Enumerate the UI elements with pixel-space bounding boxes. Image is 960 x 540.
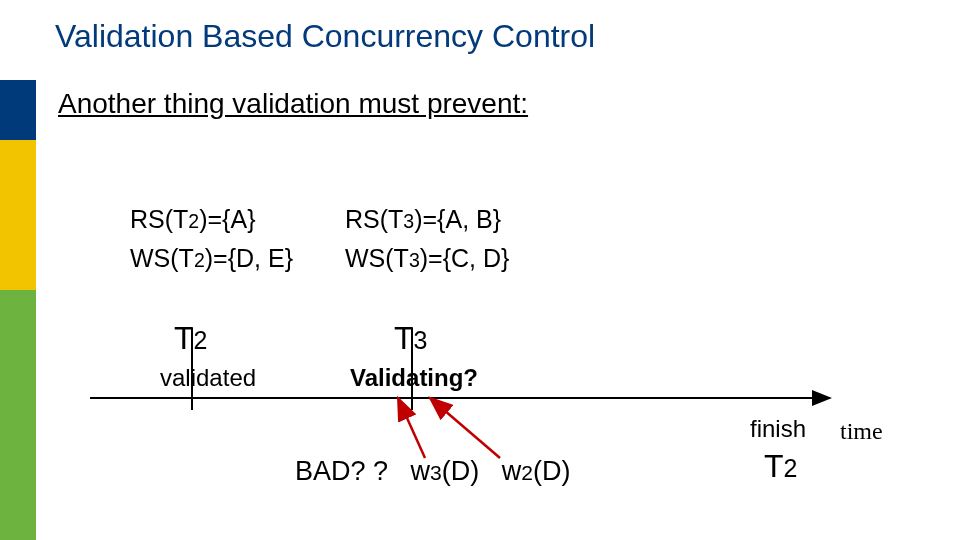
w2-write: w2(D) [502,456,571,486]
accent-stripe-blue [0,80,36,140]
t2-read-set: RS(T2)={A} [130,200,293,239]
time-axis-label: time [840,418,883,445]
finish-label: finish [750,415,806,443]
bad-line: BAD? ? w3(D) w2(D) [295,456,571,487]
slide: Validation Based Concurrency Control Ano… [0,0,960,540]
t2-write-set: WS(T2)={D, E} [130,239,293,278]
t3-read-set: RS(T3)={A, B} [345,200,509,239]
accent-stripe-green [0,290,36,540]
bad-question: BAD? ? [295,456,388,486]
arrow-w3-to-validating [398,398,425,458]
t2-sets: RS(T2)={A} WS(T2)={D, E} [130,200,293,278]
t3-status: Validating? [350,364,478,392]
t3-sets: RS(T3)={A, B} WS(T3)={C, D} [345,200,509,278]
t3-timeline-label: T3 [394,320,427,357]
sidebar-accent [0,80,36,540]
t2-timeline-label: T2 [174,320,207,357]
subtitle: Another thing validation must prevent: [58,88,528,120]
t2-status: validated [160,364,256,392]
arrow-w2-to-validating [430,398,500,458]
finish-transaction: T2 [764,448,797,485]
w3-write: w3(D) [411,456,480,486]
page-title: Validation Based Concurrency Control [55,18,595,55]
t3-write-set: WS(T3)={C, D} [345,239,509,278]
accent-stripe-yellow [0,140,36,290]
